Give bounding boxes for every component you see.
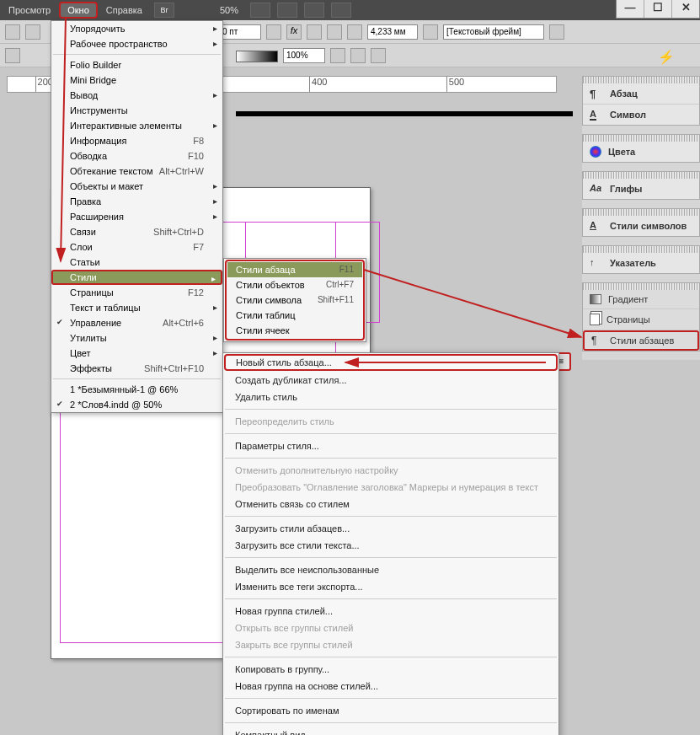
ctrl-icon[interactable] <box>423 24 438 40</box>
menu-item[interactable]: ИнформацияF8 <box>51 133 222 148</box>
menu-item[interactable]: Рабочее пространство <box>51 36 222 51</box>
menu-item[interactable]: УправлениеAlt+Ctrl+6 <box>51 315 222 330</box>
submenu-label: Стили ячеек <box>236 325 289 335</box>
context-menu-item[interactable]: Загрузить все стили текста... <box>223 537 558 554</box>
dock-group: АбзацСимвол <box>582 76 700 126</box>
submenu-label: Стили объектов <box>236 280 305 290</box>
layout-icon-1[interactable] <box>250 3 270 18</box>
submenu-shortcut: F11 <box>339 265 354 275</box>
menu-item[interactable]: ЭффектыShift+Ctrl+F10 <box>51 361 222 376</box>
ctrl-icon[interactable] <box>25 24 40 40</box>
ctrl-icon[interactable] <box>266 24 281 40</box>
context-menu-item[interactable]: Отменить связь со стилем <box>223 496 558 512</box>
ctrl-icon[interactable] <box>5 48 20 63</box>
dock-handle[interactable] <box>583 283 699 290</box>
menu-item[interactable]: Статьи <box>51 255 222 270</box>
dock-handle[interactable] <box>583 209 699 216</box>
menu-window[interactable]: Окно <box>59 2 98 19</box>
mm-field[interactable] <box>367 24 418 40</box>
zoom-level[interactable]: 50% <box>211 2 247 19</box>
menu-item[interactable]: Вывод <box>51 88 222 103</box>
context-menu-item[interactable]: Копировать в группу... <box>223 661 558 678</box>
menu-item[interactable]: Интерактивные элементы <box>51 118 222 133</box>
context-menu-item[interactable]: Создать дубликат стиля... <box>223 372 558 389</box>
panel-tab[interactable]: Стили символов <box>583 216 699 236</box>
menu-item-label: Обводка <box>70 151 107 161</box>
panel-tab[interactable]: Абзац <box>583 83 699 105</box>
submenu-item[interactable]: Стили объектовCtrl+F7 <box>227 277 362 292</box>
context-menu-item[interactable]: Выделить все неиспользованные <box>223 561 558 578</box>
paragraph-styles-panel-menu: Новый стиль абзаца...Создать дубликат ст… <box>222 352 559 735</box>
context-menu-item[interactable]: Новая группа на основе стилей... <box>223 678 558 695</box>
dock-handle[interactable] <box>583 172 699 179</box>
pt-field[interactable] <box>219 24 261 40</box>
menu-item-label: Цвет <box>70 348 91 358</box>
layout-icon-2[interactable] <box>277 3 297 18</box>
ctrl-icon[interactable] <box>350 48 366 63</box>
context-menu-item[interactable]: Загрузить стили абзацев... <box>223 520 558 537</box>
dock-handle[interactable] <box>583 77 699 83</box>
menu-item[interactable]: Расширения <box>51 209 222 224</box>
menu-item[interactable]: СтраницыF12 <box>51 285 222 300</box>
context-menu-item[interactable]: Новый стиль абзаца... <box>224 354 558 371</box>
menu-item[interactable]: Утилиты <box>51 330 222 346</box>
spread-edge <box>236 111 573 116</box>
gradient-swatch[interactable] <box>236 51 278 62</box>
dock-handle[interactable] <box>583 246 699 253</box>
close-button[interactable]: ✕ <box>671 0 699 18</box>
menu-item[interactable]: ОбводкаF10 <box>51 148 222 164</box>
context-menu-item[interactable]: Изменить все теги экспорта... <box>223 578 558 595</box>
minimize-button[interactable]: — <box>617 0 644 18</box>
layout-icon-4[interactable] <box>331 3 351 18</box>
frame-style-field[interactable] <box>443 24 544 40</box>
menu-item[interactable]: СлоиF7 <box>51 239 222 255</box>
menu-item[interactable]: Инструменты <box>51 103 222 118</box>
menu-item[interactable]: Цвет <box>51 346 222 361</box>
panel-tab[interactable]: Цвета <box>583 142 699 162</box>
menu-item[interactable]: Стили <box>51 270 222 285</box>
panel-tab[interactable]: Символ <box>583 105 699 125</box>
submenu-item[interactable]: Стили символаShift+F11 <box>227 292 362 308</box>
ctrl-icon[interactable] <box>371 48 386 63</box>
ctrl-icon[interactable] <box>330 48 345 63</box>
ctrl-icon[interactable] <box>347 24 362 40</box>
submenu-item[interactable]: Стили ячеек <box>227 323 362 338</box>
context-menu-item[interactable]: Параметры стиля... <box>223 437 558 454</box>
panel-label: Абзац <box>610 89 638 99</box>
menu-item[interactable]: Упорядочить <box>51 21 222 36</box>
context-menu-item[interactable]: Сортировать по именам <box>223 702 558 719</box>
context-menu-item[interactable]: Компактный вид <box>223 727 558 735</box>
ctrl-icon[interactable] <box>549 24 564 40</box>
submenu-item[interactable]: Стили абзацаF11 <box>227 262 362 277</box>
dock-handle[interactable] <box>583 135 699 142</box>
panel-label: Глифы <box>610 184 642 194</box>
menu-item[interactable]: Текст и таблицы <box>51 300 222 315</box>
menu-item[interactable]: Объекты и макет <box>51 179 222 194</box>
zoom-field[interactable] <box>283 48 325 63</box>
menu-item[interactable]: СвязиShift+Ctrl+D <box>51 224 222 239</box>
panel-tab[interactable]: Градиент <box>583 290 699 309</box>
menu-help[interactable]: Справка <box>98 2 151 19</box>
ctrl-icon[interactable] <box>327 24 342 40</box>
layout-icon-3[interactable] <box>304 3 324 18</box>
menu-item[interactable]: Folio Builder <box>51 57 222 72</box>
menu-shortcut: F8 <box>193 136 204 146</box>
panel-tab[interactable]: Страницы <box>583 309 699 330</box>
submenu-item[interactable]: Стили таблиц <box>227 308 362 323</box>
bridge-icon[interactable]: Br <box>154 3 174 18</box>
context-menu-item[interactable]: Удалить стиль <box>223 389 558 405</box>
panel-tab[interactable]: Глифы <box>583 179 699 199</box>
context-menu-item[interactable]: Новая группа стилей... <box>223 603 558 620</box>
menu-item[interactable]: Mini Bridge <box>51 72 222 88</box>
menu-item[interactable]: 1 *Безымянный-1 @ 66% <box>51 382 222 397</box>
ctrl-icon[interactable] <box>5 24 20 40</box>
fx-icon[interactable]: fx <box>286 24 302 40</box>
maximize-button[interactable]: ☐ <box>644 0 671 18</box>
ctrl-icon[interactable] <box>307 24 322 40</box>
panel-tab[interactable]: Указатель <box>583 253 699 273</box>
menu-item[interactable]: 2 *Слов4.indd @ 50% <box>51 397 222 412</box>
panel-tab[interactable]: Стили абзацев <box>583 330 699 351</box>
menu-item[interactable]: Обтекание текстомAlt+Ctrl+W <box>51 164 222 179</box>
menu-item[interactable]: Правка <box>51 194 222 209</box>
menu-view[interactable]: Просмотр <box>0 2 59 19</box>
